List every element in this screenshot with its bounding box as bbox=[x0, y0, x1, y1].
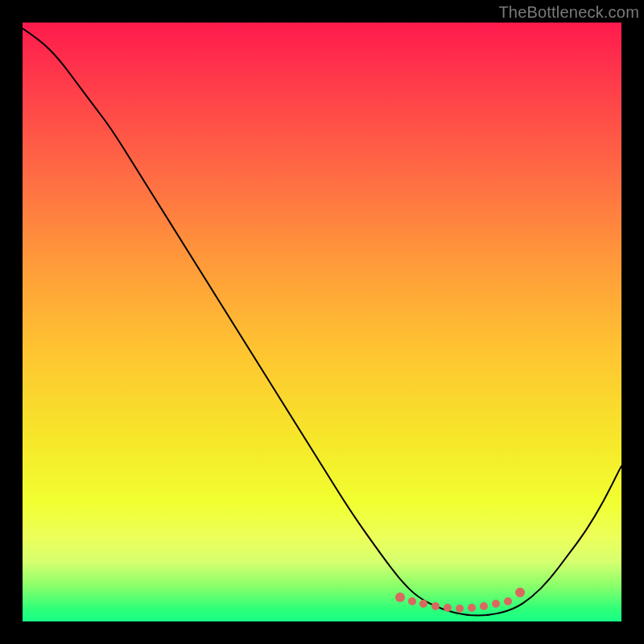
curve-marker bbox=[408, 597, 416, 605]
curve-marker bbox=[480, 602, 488, 610]
watermark-text: TheBottleneck.com bbox=[498, 3, 639, 22]
curve-marker bbox=[456, 605, 464, 613]
bottleneck-curve bbox=[23, 23, 621, 621]
chart-frame: TheBottleneck.com bbox=[0, 0, 644, 644]
plot-area bbox=[23, 23, 621, 621]
curve-marker bbox=[504, 597, 512, 605]
curve-marker bbox=[492, 600, 500, 608]
curve-marker bbox=[444, 604, 452, 612]
curve-marker bbox=[431, 602, 440, 610]
curve-marker bbox=[468, 604, 476, 612]
curve-marker bbox=[419, 600, 427, 608]
curve-marker bbox=[515, 588, 525, 597]
curve-marker bbox=[395, 592, 405, 602]
